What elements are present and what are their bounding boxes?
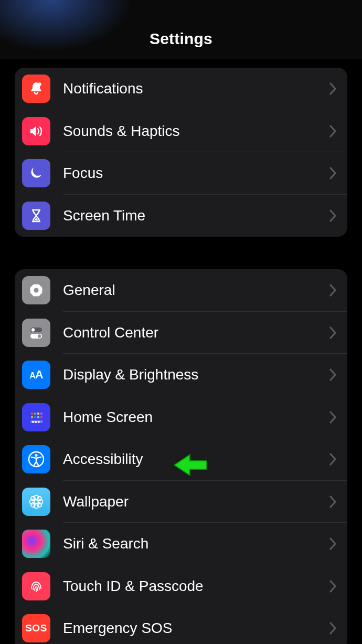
settings-item-notifications[interactable]: Notifications — [15, 68, 347, 110]
hourglass-icon — [22, 202, 50, 230]
settings-item-label: Display & Brightness — [63, 366, 328, 383]
siri-icon — [22, 530, 50, 558]
settings-item-control-center[interactable]: Control Center — [15, 312, 347, 354]
accessibility-icon — [22, 445, 50, 473]
svg-rect-21 — [37, 416, 39, 418]
chevron-right-icon — [328, 325, 338, 340]
chevron-right-icon — [328, 579, 338, 594]
svg-rect-20 — [34, 416, 36, 418]
svg-rect-18 — [40, 413, 42, 415]
svg-point-0 — [38, 83, 41, 86]
settings-item-label: Control Center — [63, 324, 328, 341]
settings-content: Notifications Sounds & Haptics Focus — [0, 59, 362, 644]
settings-item-home-screen[interactable]: Home Screen — [15, 396, 347, 439]
svg-rect-19 — [31, 416, 33, 418]
svg-point-28 — [35, 454, 37, 457]
settings-item-focus[interactable]: Focus — [15, 152, 347, 195]
settings-item-label: Focus — [63, 165, 328, 182]
moon-icon — [22, 159, 50, 187]
settings-item-label: Emergency SOS — [63, 620, 328, 637]
svg-rect-24 — [32, 421, 34, 423]
chevron-right-icon — [328, 452, 338, 467]
svg-line-8 — [40, 294, 42, 297]
chevron-right-icon — [328, 208, 338, 223]
settings-group-2: General Control Center AA Display & Brig — [15, 269, 347, 644]
svg-point-2 — [34, 288, 39, 293]
chevron-right-icon — [328, 494, 338, 509]
settings-item-general[interactable]: General — [15, 269, 347, 312]
settings-group-1: Notifications Sounds & Haptics Focus — [15, 68, 347, 237]
svg-rect-25 — [35, 421, 37, 423]
svg-line-9 — [40, 284, 42, 286]
sos-icon: SOS — [22, 614, 50, 642]
settings-item-sounds-haptics[interactable]: Sounds & Haptics — [15, 110, 347, 153]
speaker-icon — [22, 117, 50, 145]
svg-rect-15 — [31, 413, 33, 415]
svg-rect-16 — [34, 413, 36, 415]
chevron-right-icon — [328, 166, 338, 181]
settings-item-touch-id-passcode[interactable]: Touch ID & Passcode — [15, 565, 347, 608]
page-title: Settings — [150, 30, 212, 48]
settings-item-label: Screen Time — [63, 207, 328, 224]
gear-icon — [22, 276, 50, 304]
settings-item-label: Sounds & Haptics — [63, 123, 328, 140]
settings-item-label: Notifications — [63, 80, 328, 97]
chevron-right-icon — [328, 283, 338, 298]
svg-rect-26 — [38, 421, 40, 423]
settings-item-siri-search[interactable]: Siri & Search — [15, 523, 347, 565]
chevron-right-icon — [328, 81, 338, 96]
svg-rect-22 — [40, 416, 42, 418]
settings-item-label: General — [63, 282, 328, 299]
chevron-right-icon — [328, 124, 338, 139]
chevron-right-icon — [328, 621, 338, 636]
settings-item-label: Wallpaper — [63, 493, 328, 510]
svg-line-7 — [30, 284, 32, 286]
bell-icon — [22, 75, 50, 103]
aa-icon: AA — [22, 361, 50, 389]
chevron-right-icon — [328, 367, 338, 382]
settings-item-label: Touch ID & Passcode — [63, 578, 328, 595]
svg-point-14 — [38, 334, 41, 337]
settings-item-emergency-sos[interactable]: SOS Emergency SOS — [15, 607, 347, 644]
settings-item-accessibility[interactable]: Accessibility — [15, 438, 347, 481]
svg-point-12 — [31, 328, 35, 331]
settings-item-label: Siri & Search — [63, 535, 328, 552]
settings-item-label: Accessibility — [63, 451, 328, 468]
svg-rect-17 — [37, 413, 39, 415]
settings-item-screen-time[interactable]: Screen Time — [15, 195, 347, 237]
settings-item-label: Home Screen — [63, 409, 328, 426]
chevron-right-icon — [328, 536, 338, 551]
chevron-right-icon — [328, 410, 338, 425]
grid-icon — [22, 403, 50, 431]
settings-item-wallpaper[interactable]: Wallpaper — [15, 481, 347, 523]
flower-icon — [22, 488, 50, 516]
settings-item-display-brightness[interactable]: AA Display & Brightness — [15, 354, 347, 396]
header: Settings — [0, 0, 362, 59]
fingerprint-icon — [22, 572, 50, 600]
toggles-icon — [22, 319, 50, 347]
svg-line-10 — [30, 294, 32, 297]
